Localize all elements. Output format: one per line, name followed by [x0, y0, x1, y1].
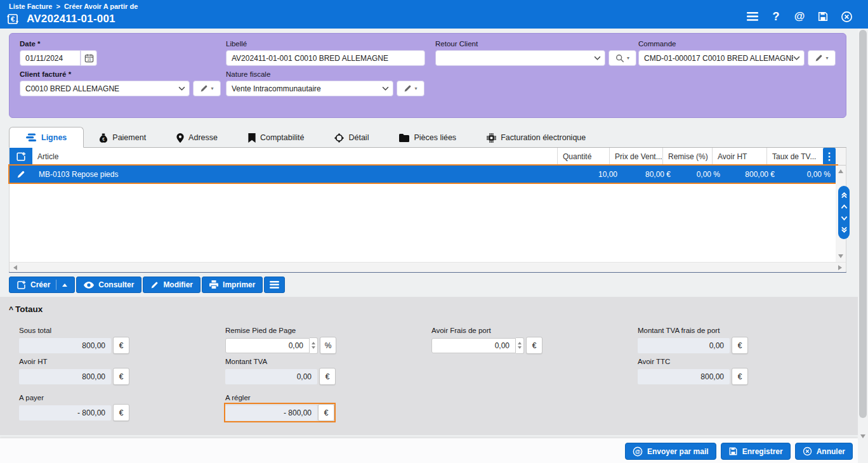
montant-tva-field: Montant TVA €	[225, 358, 358, 385]
annuler-button[interactable]: Annuler	[795, 443, 853, 460]
montant-tva-label: Montant TVA	[225, 358, 358, 365]
column-header-avoir-ht[interactable]: Avoir HT	[713, 148, 767, 165]
retour-client-select[interactable]	[435, 50, 605, 66]
target-icon	[334, 133, 344, 143]
avoir-frais-port-stepper[interactable]	[516, 337, 524, 354]
edit-nature-fiscale-button[interactable]: ▾	[397, 81, 424, 96]
edit-commande-button[interactable]: ▾	[808, 50, 836, 66]
a-payer-unit: €	[113, 404, 129, 421]
tab-facturation-electronique[interactable]: Facturation électronique	[471, 128, 601, 147]
table-row[interactable]: MB-0103 Repose pieds 10,00 80,00 € 0,00 …	[10, 166, 837, 183]
tab-paiement[interactable]: € Paiement	[84, 128, 161, 147]
breadcrumb-current: Créer Avoir A partir de	[64, 3, 138, 10]
nature-fiscale-select[interactable]: Vente Intracommunautaire	[226, 81, 393, 96]
more-actions-button[interactable]	[264, 277, 285, 293]
table-horizontal-scrollbar[interactable]	[10, 262, 846, 272]
date-field: Date * 15	[20, 40, 97, 66]
tab-lignes-label: Lignes	[41, 133, 67, 142]
commande-select[interactable]: CMD-01-000017 C0010 BRED ALLEMAGNE	[638, 50, 805, 66]
avoir-ttc-field: Avoir TTC €	[638, 358, 771, 385]
save-icon	[728, 447, 738, 456]
libelle-input[interactable]	[226, 50, 425, 66]
tab-adresse[interactable]: Adresse	[161, 128, 233, 147]
scroll-right-icon[interactable]	[838, 265, 842, 270]
enregistrer-button[interactable]: Enregistrer	[721, 443, 791, 460]
imprimer-button[interactable]: Imprimer	[202, 277, 263, 293]
tab-comptabilite[interactable]: Comptabilité	[233, 128, 319, 147]
tab-paiement-label: Paiement	[112, 133, 146, 142]
modifier-button[interactable]: Modifier	[143, 277, 201, 293]
tab-lignes[interactable]: Lignes	[9, 127, 84, 148]
scroll-down-icon[interactable]	[838, 254, 843, 258]
remise-pied-input[interactable]	[225, 338, 310, 353]
avoir-frais-port-input[interactable]	[431, 338, 516, 353]
spinner-up-icon[interactable]	[518, 342, 522, 344]
chevron-down-icon: ▾	[825, 55, 828, 61]
add-line-button[interactable]	[10, 148, 32, 165]
move-bottom-icon[interactable]	[841, 225, 848, 235]
tab-detail-label: Détail	[348, 133, 369, 142]
move-up-icon[interactable]	[841, 202, 848, 212]
email-at-icon[interactable]: @	[793, 10, 806, 23]
avoir-ht-unit: €	[113, 368, 129, 385]
cell-avoir-ht: 800,00 €	[727, 170, 781, 179]
date-input[interactable]	[20, 50, 81, 66]
client-facture-label: Client facturé *	[20, 70, 221, 78]
avoir-ttc-input	[638, 369, 730, 384]
email-at-icon: @	[633, 447, 643, 457]
page-title: AV202411-01-001	[27, 13, 115, 25]
search-retour-client-button[interactable]: ▾	[608, 50, 636, 66]
line-actions-toolbar: Créer Consulter Modifier Imprimer	[9, 277, 285, 293]
remise-pied-field: Remise Pied de Page %	[225, 327, 358, 354]
column-header-prix[interactable]: Prix de Vent...	[610, 148, 663, 165]
column-header-taux-tva[interactable]: Taux de TV...	[767, 148, 823, 165]
montant-tva-unit: €	[319, 368, 336, 385]
edit-client-button[interactable]: ▾	[193, 81, 221, 96]
table-body: MB-0103 Repose pieds 10,00 80,00 € 0,00 …	[10, 166, 846, 262]
move-top-icon[interactable]	[841, 190, 848, 200]
spinner-down-icon[interactable]	[312, 346, 315, 349]
tab-pieces-liees[interactable]: Pièces liées	[384, 128, 471, 147]
scroll-up-icon[interactable]	[838, 169, 843, 173]
calendar-icon[interactable]: 15	[81, 50, 97, 66]
chevron-down-icon	[382, 86, 389, 91]
breadcrumb-liste-facture[interactable]: Liste Facture	[9, 3, 52, 10]
totals-collapse-header[interactable]: ^ Totaux	[9, 304, 43, 314]
avoir-ttc-unit: €	[732, 368, 748, 385]
remise-pied-stepper[interactable]	[310, 337, 318, 354]
pencil-icon	[16, 170, 25, 179]
location-pin-icon	[176, 133, 184, 143]
montant-tva-fp-unit: €	[732, 337, 748, 354]
chevron-down-icon: ▾	[414, 86, 417, 91]
cell-remise: 0,00 %	[677, 170, 727, 179]
help-icon[interactable]: ?	[770, 10, 782, 23]
creer-button[interactable]: Créer	[9, 277, 75, 293]
spinner-down-icon[interactable]	[518, 346, 522, 349]
scroll-left-icon[interactable]	[13, 265, 17, 270]
send-mail-button[interactable]: @ Envoyer par mail	[625, 443, 716, 460]
spinner-up-icon[interactable]	[312, 342, 315, 344]
consulter-button[interactable]: Consulter	[76, 277, 141, 293]
a-regler-highlight: €	[225, 404, 334, 421]
pencil-icon	[815, 54, 823, 62]
menu-icon[interactable]	[746, 10, 759, 23]
column-header-quantite[interactable]: Quantité	[558, 148, 610, 165]
tab-detail[interactable]: Détail	[319, 128, 384, 147]
table-rows-area: MB-0103 Repose pieds 10,00 80,00 € 0,00 …	[10, 166, 836, 262]
row-edit-cell[interactable]	[10, 170, 32, 179]
svg-text:€: €	[11, 15, 15, 23]
avoir-ttc-label: Avoir TTC	[638, 358, 771, 365]
column-header-remise[interactable]: Remise (%)	[663, 148, 713, 165]
top-header-bar: Liste Facture > Créer Avoir A partir de …	[0, 0, 868, 29]
client-facture-select[interactable]: C0010 BRED ALLEMAGNE	[20, 81, 190, 96]
page-scrollbar[interactable]	[858, 29, 868, 463]
page-scroll-down-icon[interactable]	[860, 434, 865, 438]
move-down-icon[interactable]	[841, 213, 848, 223]
page-scrollbar-thumb[interactable]	[859, 30, 867, 418]
close-icon[interactable]	[840, 10, 853, 23]
column-options-kebab-icon[interactable]: ⋮	[823, 148, 836, 165]
save-icon[interactable]	[817, 10, 829, 23]
credit-note-icon: €	[5, 11, 20, 27]
caret-up-icon[interactable]	[62, 284, 67, 287]
column-header-article[interactable]: Article	[32, 148, 558, 165]
